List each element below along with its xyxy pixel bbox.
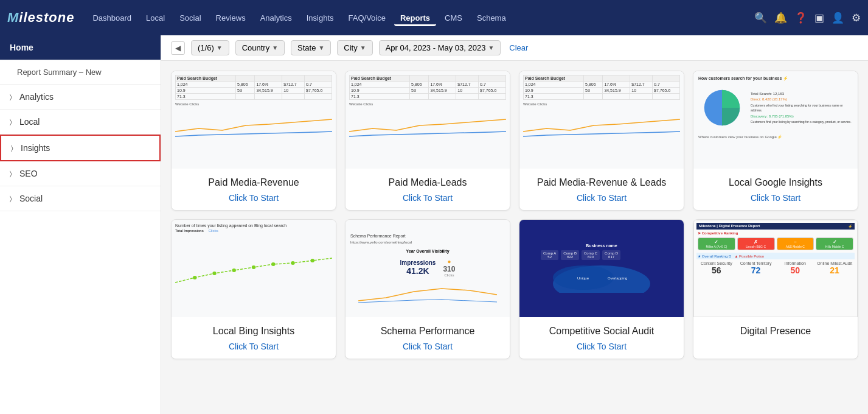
sidebar-seo-label: SEO [19,169,38,178]
svg-point-3 [232,268,236,272]
nav-reports[interactable]: Reports [394,10,436,26]
sidebar-item-local[interactable]: 〉 Local [0,110,161,135]
card-paid-media-revenue-leads[interactable]: Paid Search Budget 1,0245,80617.6%$712.7… [519,71,684,211]
chevron-social-icon: 〉 [10,195,12,203]
svg-point-6 [291,261,294,265]
top-navigation: Milestone Dashboard Local Social Reviews… [0,0,868,35]
card-competitive-social-audit[interactable]: Business name Comp A52 Comp B622 Comp C6… [519,219,684,359]
card-title-paid-media-revenue: Paid Media-Revenue [208,177,299,188]
cards-grid: Paid Search Budget 1,0245,80617.6%$712.7… [171,71,858,359]
card-link-paid-media-revenue[interactable]: Click To Start [229,193,279,203]
user-icon[interactable]: 👤 [832,12,844,24]
country-arrow-icon: ▼ [272,44,278,51]
sidebar-insights-label: Insights [21,143,50,153]
card-title-local-bing-insights: Local Bing Insights [213,326,294,337]
card-digital-presence[interactable]: Milestone | Digital Presence Report ⚡ ➤ … [693,219,858,359]
card-preview-paid-media-revenue-leads: Paid Search Budget 1,0245,80617.6%$712.7… [519,71,684,169]
nav-icon-group: 🔍 🔔 ❓ ▣ 👤 ⚙ [754,12,861,24]
card-paid-media-revenue[interactable]: Paid Search Budget 1,0245,80617.6%$712.7… [171,71,336,211]
chevron-insights-icon: 〉 [11,144,13,152]
nav-reviews[interactable]: Reviews [210,10,252,26]
date-range-filter[interactable]: Apr 04, 2023 - May 03, 2023 ▼ [379,40,501,55]
card-title-digital-presence: Digital Presence [740,326,811,337]
nav-local[interactable]: Local [140,10,171,26]
card-local-google-insights[interactable]: How customers search for your business ⚡ [693,71,858,211]
collapse-sidebar-button[interactable]: ◀ [171,41,185,55]
card-link-local-bing-insights[interactable]: Click To Start [229,342,279,351]
sidebar-item-seo[interactable]: 〉 SEO [0,161,161,186]
card-preview-digital-presence: Milestone | Digital Presence Report ⚡ ➤ … [693,220,858,317]
nav-cms[interactable]: CMS [439,10,468,26]
clear-filter-button[interactable]: Clear [509,43,528,52]
date-range-label: Apr 04, 2023 - May 03, 2023 [386,43,486,52]
card-link-paid-media-leads[interactable]: Click To Start [403,193,453,203]
sidebar-item-insights[interactable]: 〉 Insights [0,135,161,161]
notification-icon[interactable]: 🔔 [774,12,787,24]
card-preview-paid-media-revenue: Paid Search Budget 1,0245,80617.6%$712.7… [172,71,336,169]
nav-dashboard[interactable]: Dashboard [86,10,137,26]
city-arrow-icon: ▼ [360,44,366,51]
card-preview-paid-media-leads: Paid Search Budget 1,0245,80617.6%$712.7… [345,71,510,169]
nav-faqvoice[interactable]: FAQ/Voice [342,10,392,26]
svg-point-1 [193,276,196,279]
card-link-competitive-social-audit[interactable]: Click To Start [577,342,627,351]
chevron-local-icon: 〉 [10,118,12,126]
apps-icon[interactable]: ▣ [814,12,824,24]
card-paid-media-leads[interactable]: Paid Search Budget 1,0245,80617.6%$712.7… [345,71,510,211]
country-filter[interactable]: Country ▼ [235,40,285,55]
card-body-paid-media-revenue-leads: Paid Media-Revenue & Leads Click To Star… [519,169,684,210]
card-link-paid-media-revenue-leads[interactable]: Click To Start [577,193,627,203]
sidebar-local-label: Local [19,117,40,127]
main-layout: Home Report Summary – New 〉 Analytics 〉 … [0,35,868,414]
city-filter[interactable]: City ▼ [337,40,372,55]
nav-schema[interactable]: Schema [471,10,512,26]
card-body-schema-performance: Schema Performance Click To Start [345,317,510,359]
sidebar-item-analytics[interactable]: 〉 Analytics [0,85,161,110]
help-icon[interactable]: ❓ [794,12,807,24]
card-title-paid-media-leads: Paid Media-Leads [389,177,467,188]
country-label: Country [242,43,270,52]
svg-point-4 [252,265,255,269]
chevron-analytics-icon: 〉 [10,93,12,101]
card-title-competitive-social-audit: Competitive Social Audit [549,326,654,337]
card-link-local-google-insights[interactable]: Click To Start [751,193,800,203]
filter-bar: ◀ (1/6) ▼ Country ▼ State ▼ City ▼ Apr 0… [161,35,868,61]
svg-point-5 [271,262,275,266]
card-title-local-google-insights: Local Google Insights [729,177,822,188]
sidebar-report-summary-label: Report Summary – New [17,68,102,77]
nav-insights[interactable]: Insights [300,10,340,26]
sidebar-item-social[interactable]: 〉 Social [0,186,161,211]
svg-text:Unique: Unique [577,276,589,280]
card-body-local-google-insights: Local Google Insights Click To Start [693,169,858,210]
svg-point-7 [311,259,314,262]
state-filter[interactable]: State ▼ [291,40,331,55]
cards-area: Paid Search Budget 1,0245,80617.6%$712.7… [161,61,868,414]
sidebar: Home Report Summary – New 〉 Analytics 〉 … [0,35,161,414]
state-arrow-icon: ▼ [318,44,324,51]
search-icon[interactable]: 🔍 [754,12,767,24]
settings-icon[interactable]: ⚙ [852,12,861,24]
card-preview-local-bing-insights: Number of times your listing appeared on… [172,220,336,317]
city-label: City [344,43,357,52]
logo[interactable]: Milestone [7,10,74,26]
nav-analytics[interactable]: Analytics [254,10,298,26]
sidebar-analytics-label: Analytics [19,92,54,102]
card-body-competitive-social-audit: Competitive Social Audit Click To Start [519,317,684,359]
card-body-digital-presence: Digital Presence [693,317,858,344]
sidebar-item-report-summary[interactable]: Report Summary – New [0,60,161,85]
card-title-schema-performance: Schema Performance [381,326,475,337]
nav-social[interactable]: Social [173,10,207,26]
svg-text:Overlapping: Overlapping [608,276,627,280]
card-body-local-bing-insights: Local Bing Insights Click To Start [172,317,336,359]
sidebar-item-home[interactable]: Home [0,35,161,60]
card-schema-performance[interactable]: Schema Performance Report https://www.ye… [345,219,510,359]
card-link-schema-performance[interactable]: Click To Start [403,342,453,351]
sidebar-home-label: Home [10,43,33,52]
sidebar-social-label: Social [19,194,43,203]
svg-point-2 [212,272,216,275]
card-body-paid-media-leads: Paid Media-Leads Click To Start [345,169,510,210]
pagination-filter[interactable]: (1/6) ▼ [191,40,229,55]
card-local-bing-insights[interactable]: Number of times your listing appeared on… [171,219,336,359]
card-preview-competitive-social-audit: Business name Comp A52 Comp B622 Comp C6… [519,220,684,317]
card-preview-schema-performance: Schema Performance Report https://www.ye… [345,220,510,317]
